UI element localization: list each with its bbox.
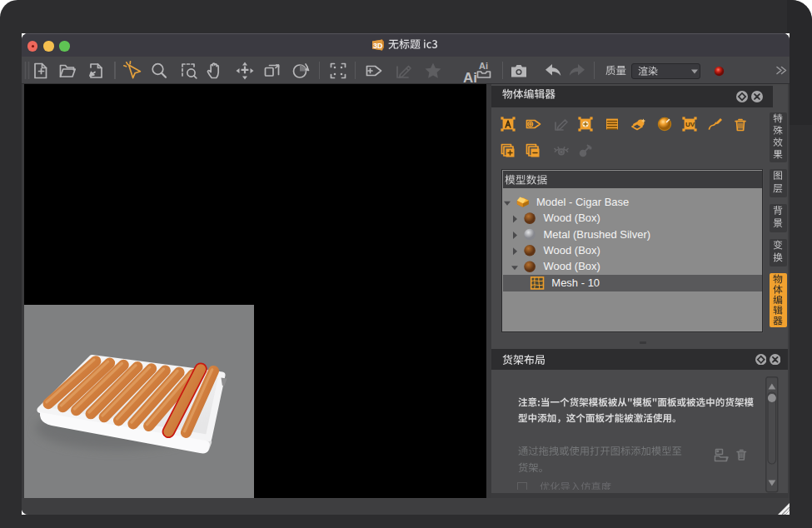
svg-text:Ai: Ai <box>479 61 488 71</box>
svg-text:3D: 3D <box>373 42 383 50</box>
